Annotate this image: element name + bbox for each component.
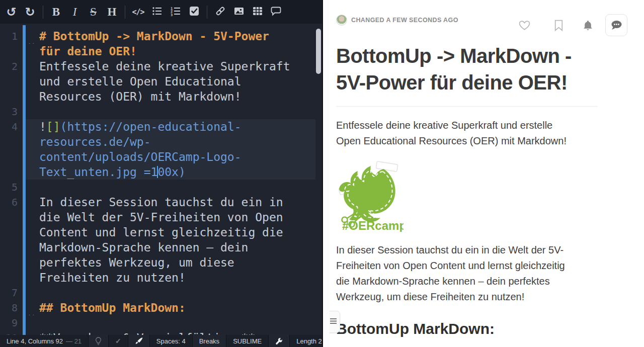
editor-line-content[interactable]: ## BottomUp MarkDown: <box>26 300 315 315</box>
preview-content: CHANGED A FEW SECONDS AGO BottomUp -> Ma… <box>330 0 598 337</box>
editor-line[interactable]: Content und lernst gleichzeitig die <box>0 225 322 240</box>
editor-body[interactable]: 1# BottomUp -> MarkDown - 5V-Powerfür de… <box>0 24 322 335</box>
status-lightbulb-button[interactable] <box>88 335 108 347</box>
redo-button[interactable]: ↻ <box>21 0 39 24</box>
bold-icon: B <box>52 6 60 18</box>
status-breaks-setting[interactable]: Breaks <box>192 335 226 347</box>
bell-button[interactable] <box>583 20 593 31</box>
line-number: 6 <box>0 195 23 210</box>
status-label: Spaces: 4 <box>156 337 186 345</box>
editor-line-content[interactable] <box>26 180 315 195</box>
editor-token: die Welt der 5V-Freiheiten von Open <box>39 211 283 224</box>
editor-line[interactable]: Markdown-Sprache kennen – dein <box>0 240 322 255</box>
code-icon: </> <box>132 8 144 17</box>
status-spaces-setting[interactable]: Spaces: 4 <box>149 335 192 347</box>
line-number <box>0 134 23 149</box>
editor-line[interactable]: 7 <box>0 285 322 300</box>
heading-button[interactable]: H <box>103 0 121 24</box>
editor-line-content[interactable] <box>26 315 315 330</box>
editor-line-content[interactable]: # BottomUp -> MarkDown - 5V-Power <box>26 29 315 44</box>
editor-scrollbar[interactable] <box>316 29 321 74</box>
editor-line[interactable]: 3 <box>0 104 322 119</box>
status-wrench-button[interactable] <box>268 335 289 347</box>
editor-lines: 1# BottomUp -> MarkDown - 5V-Powerfür de… <box>0 29 322 335</box>
line-number <box>0 240 23 255</box>
bullet-list-button[interactable] <box>147 0 166 24</box>
bold-button[interactable]: B <box>47 0 65 24</box>
checklist-button[interactable] <box>185 0 203 24</box>
editor-line[interactable]: 5 <box>0 180 322 195</box>
editor-line[interactable]: Text_unten.jpg =100x) <box>0 164 322 180</box>
undo-button[interactable]: ↺ <box>2 0 21 24</box>
editor-line-content[interactable]: **Verwahren & Vervielfältigen** <box>26 330 315 335</box>
editor-line[interactable]: für deine OER! <box>0 44 322 59</box>
status-brush-button[interactable] <box>128 335 149 347</box>
status-label: Line 4, Columns 92 <box>7 337 63 345</box>
bookmark-button[interactable] <box>554 20 564 31</box>
line-number <box>0 164 23 180</box>
editor-token: für deine OER! <box>39 45 137 58</box>
editor-line[interactable]: und erstelle Open Educational <box>0 74 322 89</box>
italic-button[interactable]: I <box>65 0 84 24</box>
comments-button[interactable] <box>605 14 627 36</box>
editor-line[interactable]: Freiheiten zu nutzen! <box>0 270 322 285</box>
editor-line[interactable]: 1# BottomUp -> MarkDown - 5V-Power <box>0 29 322 44</box>
table-button[interactable] <box>248 0 267 24</box>
strikethrough-icon: S <box>90 6 97 18</box>
editor-line[interactable]: perfektes Werkzeug, um diese <box>0 255 322 270</box>
image-button[interactable] <box>229 0 248 24</box>
editor-line-content[interactable]: Content und lernst gleichzeitig die <box>26 225 315 240</box>
editor-line[interactable]: die Welt der 5V-Freiheiten von Open <box>0 210 322 225</box>
editor-line[interactable]: 2Entfessele deine kreative Superkraft <box>0 59 322 74</box>
editor-token: ## BottomUp MarkDown: <box>39 301 186 314</box>
speech-dots-icon <box>610 20 623 31</box>
undo-icon: ↺ <box>6 6 16 18</box>
editor-line-content[interactable]: Freiheiten zu nutzen! <box>26 270 315 285</box>
avatar[interactable] <box>336 15 347 26</box>
editor-line-content[interactable]: Markdown-Sprache kennen – dein <box>26 240 315 255</box>
editor-line-content[interactable]: perfektes Werkzeug, um diese <box>26 255 315 270</box>
editor-line[interactable]: 8## BottomUp MarkDown: <box>0 300 322 315</box>
line-number: 1 <box>0 29 23 44</box>
editor-token: **Verwahren & Vervielfältigen** <box>39 331 255 335</box>
logo-caption: #OERcamp <box>342 219 404 232</box>
editor-line-content[interactable]: Entfessele deine kreative Superkraft <box>26 59 315 74</box>
editor-line-content[interactable] <box>26 104 315 119</box>
editor-line[interactable]: 4![](https://open-educational- <box>0 119 322 134</box>
editor-token: Markdown-Sprache kennen – dein <box>39 241 248 254</box>
toolbar-separator <box>207 6 207 19</box>
editor-line-content[interactable]: die Welt der 5V-Freiheiten von Open <box>26 210 315 225</box>
editor-line-content[interactable]: resources.de/wp- <box>26 134 315 149</box>
editor-line[interactable]: Resources (OER) mit Markdown! <box>0 89 322 104</box>
editor-line-content[interactable]: und erstelle Open Educational <box>26 74 315 89</box>
fold-chevron-icon[interactable] <box>29 306 34 315</box>
strikethrough-button[interactable]: S <box>84 0 103 24</box>
code-button[interactable]: </> <box>129 0 147 24</box>
editor-line[interactable]: 10**Verwahren & Vervielfältigen** <box>0 330 322 335</box>
editor-line-content[interactable] <box>26 285 315 300</box>
status-keymap-setting[interactable]: SUBLIME <box>226 335 268 347</box>
fold-chevron-icon[interactable] <box>29 35 34 44</box>
editor-line-content[interactable]: In dieser Session tauchst du ein in <box>26 195 315 210</box>
editor-line[interactable]: content/uploads/OERCamp-Logo- <box>0 149 322 164</box>
link-button[interactable] <box>211 0 229 24</box>
editor-line-content[interactable]: für deine OER! <box>26 44 315 59</box>
numbered-list-button[interactable]: 123 <box>166 0 185 24</box>
status-check-button[interactable]: ✓ <box>108 335 128 347</box>
editor-line[interactable]: 6In dieser Session tauchst du ein in <box>0 195 322 210</box>
brush-icon <box>135 337 143 345</box>
pane-divider[interactable] <box>322 0 330 347</box>
heart-button[interactable] <box>518 20 531 31</box>
editor-line-content[interactable]: ![](https://open-educational- <box>26 119 315 134</box>
toc-toggle-button[interactable] <box>330 311 340 333</box>
line-number <box>0 149 23 164</box>
session-paragraph: In dieser Session tauchst du ein in die … <box>336 242 598 305</box>
page-title: BottomUp -> MarkDown - 5V-Power für dein… <box>336 43 598 96</box>
editor-line[interactable]: 9 <box>0 315 322 330</box>
editor-line-content[interactable]: Resources (OER) mit Markdown! <box>26 89 315 104</box>
editor-line[interactable]: resources.de/wp- <box>0 134 322 149</box>
comment-button[interactable] <box>267 0 285 24</box>
editor-line-content[interactable]: content/uploads/OERCamp-Logo- <box>26 149 315 164</box>
heading-icon: H <box>108 6 117 18</box>
editor-line-content[interactable]: Text_unten.jpg =100x) <box>26 164 315 180</box>
